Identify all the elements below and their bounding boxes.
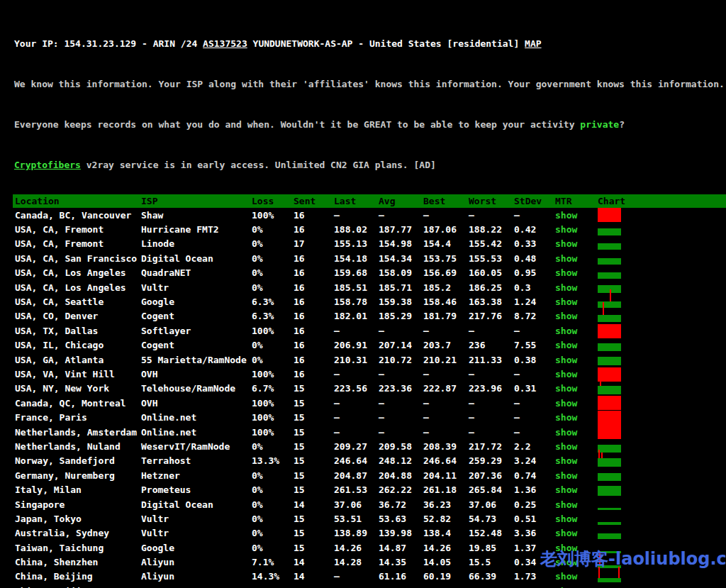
map-link[interactable]: MAP	[525, 38, 541, 49]
isp-cell: Terrahost	[139, 454, 250, 468]
mtr-show-link[interactable]: show	[555, 470, 577, 481]
location-cell: Netherlands, Nuland	[13, 439, 139, 453]
location-cell: USA, CA, Fremont	[13, 237, 139, 251]
best-cell: 222.87	[421, 382, 467, 396]
mtr-show-link[interactable]: show	[555, 441, 577, 452]
worst-cell: 217.76	[467, 309, 512, 323]
table-row: USA, VA, Vint HillOVH100%16–––––show	[13, 367, 726, 381]
best-cell: 158.46	[421, 294, 467, 309]
isp-cell: Telehouse/RamNode	[139, 382, 250, 396]
mtr-show-link[interactable]: show	[555, 383, 577, 394]
mtr-show-link[interactable]: show	[555, 484, 577, 495]
mtr-cell: show	[553, 396, 596, 410]
privacy-question-line: Everyone keeps records on what you do an…	[14, 118, 726, 131]
best-cell: 181.79	[421, 309, 467, 323]
sent-cell: 16	[291, 353, 332, 367]
table-row: Canada, BC, VancouverShaw100%16–––––show	[13, 208, 726, 222]
mtr-show-link[interactable]: show	[555, 253, 577, 264]
mtr-cell: show	[553, 251, 596, 265]
as-number-link[interactable]: AS137523	[203, 38, 247, 49]
mtr-cell: show	[553, 338, 596, 353]
mtr-show-link[interactable]: show	[555, 311, 577, 321]
chart-cell	[596, 497, 726, 511]
mtr-show-link[interactable]: show	[555, 427, 577, 438]
mtr-show-link[interactable]: show	[555, 412, 577, 423]
mtr-show-link[interactable]: show	[555, 571, 577, 582]
sent-cell: 14	[291, 497, 332, 511]
worst-cell: –	[467, 396, 512, 410]
chart-cell	[596, 425, 726, 439]
stdev-cell: 0.42	[512, 222, 553, 236]
mtr-show-link[interactable]: show	[555, 499, 577, 510]
worst-cell: 236	[467, 338, 512, 353]
sent-cell: 15	[291, 410, 332, 424]
mtr-show-link[interactable]: show	[555, 340, 577, 350]
last-cell: 14.28	[332, 555, 376, 569]
sent-cell: 15	[291, 526, 332, 540]
location-cell: Taiwan, Taichung	[13, 540, 139, 555]
latency-bar	[598, 228, 621, 235]
isp-cell: Digital Ocean	[139, 251, 250, 265]
mtr-show-link[interactable]: show	[555, 514, 577, 524]
isp-cell: Shaw	[139, 208, 250, 222]
loss-cell: 13.3%	[250, 454, 291, 468]
sent-cell: 16	[291, 280, 332, 294]
sent-cell: 16	[291, 208, 332, 222]
latency-sparkline	[598, 584, 621, 588]
location-cell: USA, NY, New York	[13, 382, 139, 396]
network-name-text: YUNDUNETWORK-AS-AP - United States [resi…	[247, 38, 525, 49]
mtr-show-link[interactable]: show	[555, 455, 577, 466]
mtr-show-link[interactable]: show	[555, 528, 577, 538]
last-cell: 159.68	[332, 266, 376, 280]
mtr-show-link[interactable]: show	[555, 355, 577, 365]
loss-cell: 100%	[250, 323, 291, 338]
worst-cell: 211.33	[467, 353, 512, 367]
latency-sparkline	[598, 222, 621, 236]
stdev-cell: –	[512, 367, 553, 381]
mtr-show-link[interactable]: show	[555, 326, 577, 336]
best-cell: 208.39	[421, 439, 467, 453]
table-row: Canada, QC, MontrealOVH100%15–––––show	[13, 396, 726, 410]
mtr-show-link[interactable]: show	[555, 238, 577, 249]
loss-cell: 0%	[250, 511, 291, 526]
latency-sparkline	[598, 526, 621, 540]
latency-sparkline	[598, 237, 621, 251]
loss-cell: 0%	[250, 280, 291, 294]
mtr-show-link[interactable]: show	[555, 398, 577, 409]
latency-bar	[598, 258, 621, 265]
mtr-show-link[interactable]: show	[555, 282, 577, 293]
location-cell: Germany, Nuremberg	[13, 468, 139, 482]
avg-cell: 248.12	[376, 454, 421, 468]
best-cell: 14.26	[421, 540, 467, 555]
isp-cell: Vultr	[139, 526, 250, 540]
loss-cell: 0%	[250, 526, 291, 540]
mtr-show-link[interactable]: show	[555, 210, 577, 221]
stdev-cell: 8.72	[512, 309, 553, 323]
mtr-show-link[interactable]: show	[555, 296, 577, 307]
chart-cell	[596, 410, 726, 424]
last-cell: –	[332, 425, 376, 439]
mtr-cell: show	[553, 526, 596, 540]
best-cell: 60.19	[421, 570, 467, 584]
isp-cell: Cogent	[139, 338, 250, 353]
stdev-cell: 0.31	[512, 382, 553, 396]
loss-cell: 100%	[250, 208, 291, 222]
location-cell: Netherlands, Amsterdam	[13, 425, 139, 439]
worst-cell: 155.42	[467, 237, 512, 251]
latency-bar	[598, 508, 621, 510]
sent-cell: 16	[291, 338, 332, 353]
latency-sparkline	[598, 251, 621, 265]
isp-cell: Linode	[139, 237, 250, 251]
mtr-show-link[interactable]: show	[555, 369, 577, 379]
column-header-stdev: StDev	[512, 194, 553, 208]
table-row: USA, CA, FremontHurricane FMT20%16188.02…	[13, 222, 726, 236]
mtr-show-link[interactable]: show	[555, 267, 577, 278]
stdev-cell: 7.55	[512, 338, 553, 353]
mtr-show-link[interactable]: show	[555, 224, 577, 235]
table-header-row: LocationISPLossSentLastAvgBestWorstStDev…	[13, 194, 726, 208]
last-cell: 261.53	[332, 482, 376, 497]
worst-cell: 223.96	[467, 382, 512, 396]
loss-cell: 7.1%	[250, 555, 291, 569]
cryptofibers-link[interactable]: Cryptofibers	[14, 160, 81, 170]
latency-bar	[598, 458, 621, 467]
